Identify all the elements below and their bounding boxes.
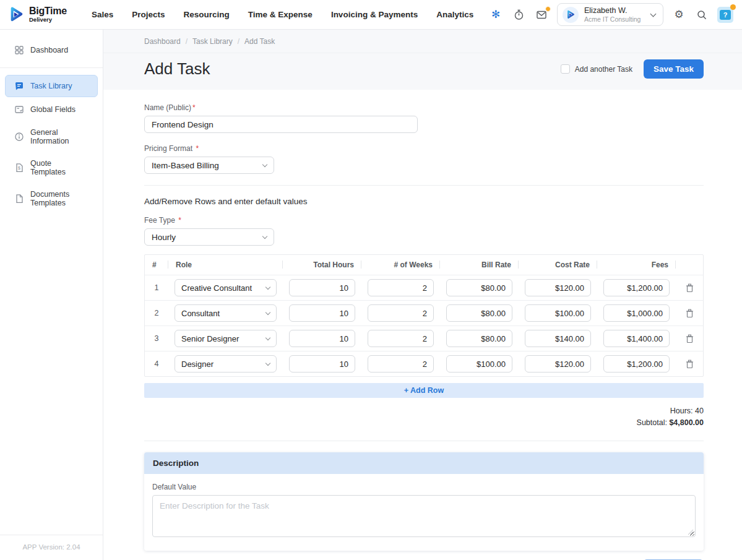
- checkbox-box[interactable]: [561, 64, 570, 74]
- weeks-input[interactable]: [368, 330, 434, 347]
- delete-row-button[interactable]: [682, 283, 697, 293]
- role-select[interactable]: Consultant: [175, 304, 277, 322]
- svg-text:$: $: [18, 166, 20, 170]
- add-another-task-checkbox[interactable]: Add another Task: [561, 64, 632, 74]
- table-row: 4 Designer: [145, 351, 703, 377]
- description-textarea[interactable]: [152, 495, 696, 537]
- sidebar-item-general-information[interactable]: General Information: [5, 122, 98, 152]
- delete-row-button[interactable]: [682, 360, 697, 369]
- role-select[interactable]: Creative Consultant: [175, 279, 277, 296]
- nav-item-analytics[interactable]: Analytics: [436, 10, 473, 19]
- total-hours-input[interactable]: [289, 279, 355, 296]
- sidebar-item-label: General Information: [30, 128, 88, 145]
- help-icon[interactable]: ?: [717, 7, 733, 23]
- chevron-down-icon: [265, 284, 270, 289]
- primary-nav: Sales Projects Resourcing Time & Expense…: [92, 10, 473, 19]
- col-header-index: #: [145, 255, 168, 275]
- sidebar-item-label: Task Library: [30, 82, 72, 90]
- gear-icon[interactable]: ⚙: [671, 7, 686, 22]
- sidebar-item-documents-templates[interactable]: Documents Templates: [5, 184, 98, 213]
- global-fields-icon: [14, 105, 24, 114]
- logo-subtitle: Delivery: [29, 17, 67, 23]
- nav-item-resourcing[interactable]: Resourcing: [184, 10, 230, 19]
- sidebar-item-dashboard[interactable]: Dashboard: [5, 39, 98, 61]
- sidebar-item-task-library[interactable]: Task Library: [5, 75, 98, 97]
- documents-templates-icon: [14, 194, 24, 204]
- breadcrumb-dashboard[interactable]: Dashboard: [144, 37, 181, 46]
- col-header-fees: Fees: [597, 255, 676, 275]
- role-value: Senior Designer: [181, 334, 239, 343]
- total-hours-input[interactable]: [289, 355, 355, 373]
- snowflake-icon[interactable]: ✻: [488, 7, 503, 22]
- chevron-down-icon: [265, 309, 270, 314]
- chevron-down-icon: [650, 11, 657, 17]
- hours-total: Hours: 40: [144, 405, 704, 417]
- pricing-format-label: Pricing Format *: [144, 144, 704, 153]
- page-title: Add Task: [144, 59, 210, 79]
- bigtime-logo-icon: [9, 6, 25, 24]
- help-badge: [730, 4, 736, 10]
- pricing-format-select[interactable]: Item-Based Billing: [144, 157, 274, 174]
- user-name: Elizabeth W.: [584, 6, 641, 15]
- weeks-input[interactable]: [368, 279, 434, 296]
- delete-row-button[interactable]: [682, 309, 697, 318]
- search-icon[interactable]: [694, 7, 709, 22]
- main-area: Dashboard / Task Library / Add Task Add …: [103, 30, 742, 560]
- sidebar: Dashboard Task Library Global Fields: [0, 30, 103, 560]
- role-select[interactable]: Designer: [175, 355, 277, 373]
- rows-hint-text: Add/Remove Rows and enter default values: [144, 197, 704, 206]
- save-task-button[interactable]: Save Task: [644, 59, 704, 79]
- sidebar-item-label: Quote Templates: [30, 159, 88, 176]
- total-hours-input[interactable]: [289, 330, 355, 347]
- weeks-input[interactable]: [368, 304, 434, 322]
- sidebar-item-quote-templates[interactable]: $ Quote Templates: [5, 153, 98, 183]
- fees-input[interactable]: [603, 330, 670, 347]
- nav-item-projects[interactable]: Projects: [132, 10, 165, 19]
- row-index: 1: [145, 275, 168, 301]
- total-hours-input[interactable]: [289, 304, 355, 322]
- nav-item-sales[interactable]: Sales: [92, 10, 113, 19]
- app-logo[interactable]: BigTime Delivery: [9, 6, 78, 24]
- description-card-title: Description: [144, 452, 704, 474]
- totals-summary: Hours: 40 Subtotal: $4,800.00: [144, 405, 704, 429]
- cost-rate-input[interactable]: [525, 330, 591, 347]
- trash-icon: [686, 309, 694, 318]
- subtotal: Subtotal: $4,800.00: [144, 417, 704, 429]
- bill-rate-input[interactable]: [446, 279, 512, 296]
- fee-type-select[interactable]: Hourly: [144, 228, 274, 246]
- task-library-icon: [14, 81, 24, 91]
- row-index: 2: [145, 301, 168, 326]
- chevron-down-icon: [262, 162, 267, 166]
- nav-item-time-expense[interactable]: Time & Expense: [248, 10, 313, 19]
- nav-item-invoicing-payments[interactable]: Invoicing & Payments: [331, 10, 418, 19]
- cost-rate-input[interactable]: [525, 355, 591, 373]
- bill-rate-input[interactable]: [446, 355, 512, 373]
- fee-table: # Role Total Hours # of Weeks Bill Rate …: [144, 254, 704, 377]
- sidebar-item-global-fields[interactable]: Global Fields: [5, 98, 98, 121]
- col-header-bill-rate: Bill Rate: [440, 255, 519, 275]
- breadcrumb-task-library[interactable]: Task Library: [192, 37, 233, 46]
- user-account-switcher[interactable]: Elizabeth W. Acme IT Consulting: [557, 3, 663, 26]
- bill-rate-input[interactable]: [446, 330, 512, 347]
- logo-title: BigTime: [29, 6, 67, 16]
- top-navbar: BigTime Delivery Sales Projects Resourci…: [0, 0, 742, 30]
- role-select[interactable]: Senior Designer: [175, 330, 277, 347]
- page-header: Add Task Add another Task Save Task: [103, 53, 742, 90]
- cost-rate-input[interactable]: [525, 279, 591, 296]
- chevron-down-icon: [265, 360, 270, 365]
- name-public-input[interactable]: [144, 116, 418, 133]
- weeks-input[interactable]: [368, 355, 434, 373]
- section-divider: [144, 185, 704, 186]
- timer-icon[interactable]: [511, 7, 526, 22]
- fees-input[interactable]: [603, 279, 670, 296]
- messages-icon[interactable]: [534, 7, 549, 22]
- cost-rate-input[interactable]: [525, 304, 591, 322]
- bill-rate-input[interactable]: [446, 304, 512, 322]
- row-index: 4: [145, 351, 168, 377]
- add-row-button[interactable]: + Add Row: [144, 383, 704, 398]
- fees-input[interactable]: [603, 304, 670, 322]
- default-value-label: Default Value: [152, 483, 696, 491]
- delete-row-button[interactable]: [682, 334, 697, 343]
- fees-input[interactable]: [603, 355, 670, 373]
- dashboard-icon: [14, 45, 24, 55]
